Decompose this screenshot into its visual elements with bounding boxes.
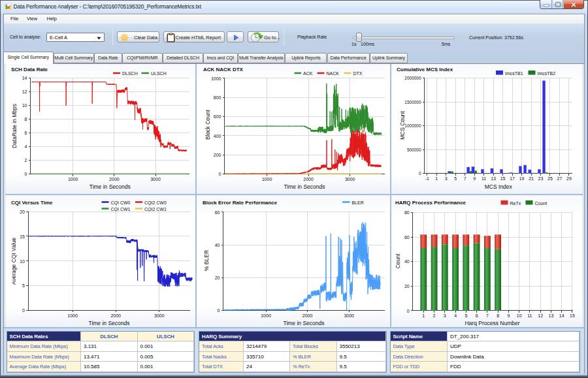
svg-text:8: 8 bbox=[25, 117, 27, 121]
svg-text:40: 40 bbox=[215, 243, 220, 247]
svg-text:Cumulative MCS Index: Cumulative MCS Index bbox=[397, 67, 453, 72]
svg-text:2000000: 2000000 bbox=[404, 76, 421, 80]
svg-text:40: 40 bbox=[404, 259, 410, 264]
svg-text:15: 15 bbox=[500, 176, 506, 181]
svg-text:Time in Seconds: Time in Seconds bbox=[284, 183, 325, 190]
svg-text:Average CQI Value: Average CQI Value bbox=[10, 238, 17, 285]
svg-text:2000: 2000 bbox=[109, 177, 120, 181]
svg-text:12: 12 bbox=[538, 313, 543, 318]
svg-text:11: 11 bbox=[527, 313, 532, 318]
svg-text:1000: 1000 bbox=[262, 177, 272, 181]
svg-text:20: 20 bbox=[404, 284, 410, 289]
svg-text:Count: Count bbox=[535, 201, 547, 206]
svg-text:17: 17 bbox=[510, 176, 515, 181]
svg-text:60: 60 bbox=[404, 235, 410, 240]
svg-text:6: 6 bbox=[25, 131, 27, 135]
svg-text:10: 10 bbox=[517, 313, 522, 318]
svg-text:9: 9 bbox=[473, 176, 476, 181]
svg-text:1: 1 bbox=[435, 176, 438, 181]
svg-text:3000: 3000 bbox=[344, 313, 354, 318]
svg-text:ACK NACK DTX: ACK NACK DTX bbox=[203, 67, 244, 72]
svg-text:2000: 2000 bbox=[303, 177, 314, 181]
svg-text:1000: 1000 bbox=[67, 313, 78, 318]
svg-text:10: 10 bbox=[20, 259, 25, 264]
svg-text:NACK: NACK bbox=[327, 71, 340, 76]
svg-text:14: 14 bbox=[559, 313, 564, 318]
svg-text:15: 15 bbox=[570, 313, 575, 318]
svg-text:0: 0 bbox=[419, 171, 421, 176]
svg-text:0: 0 bbox=[218, 308, 220, 313]
svg-text:14: 14 bbox=[22, 76, 27, 80]
svg-text:MCS Count: MCS Count bbox=[399, 110, 406, 140]
svg-text:3000: 3000 bbox=[154, 313, 165, 318]
svg-text:Time in Seconds: Time in Seconds bbox=[89, 320, 130, 326]
svg-text:600: 600 bbox=[214, 114, 221, 119]
svg-text:1000: 1000 bbox=[261, 313, 271, 318]
svg-text:29: 29 bbox=[566, 176, 572, 181]
svg-text:21: 21 bbox=[529, 176, 534, 181]
svg-text:ACK: ACK bbox=[303, 71, 313, 76]
svg-text:CQI CW1: CQI CW1 bbox=[111, 207, 131, 212]
svg-text:0: 0 bbox=[22, 308, 25, 313]
svg-text:MCS Index: MCS Index bbox=[485, 183, 513, 190]
svg-text:200: 200 bbox=[214, 153, 221, 157]
svg-text:0: 0 bbox=[219, 172, 221, 176]
svg-text:1500000: 1500000 bbox=[404, 100, 421, 104]
svg-text:DataRate in Mbps: DataRate in Mbps bbox=[11, 104, 18, 148]
svg-text:2000: 2000 bbox=[110, 313, 121, 318]
svg-text:HARQ Process Performance: HARQ Process Performance bbox=[395, 200, 466, 206]
svg-text:CQI Versus Time: CQI Versus Time bbox=[11, 200, 53, 206]
svg-text:CQI2 CW1: CQI2 CW1 bbox=[144, 207, 167, 212]
svg-text:1000: 1000 bbox=[211, 76, 221, 81]
svg-text:-1: -1 bbox=[425, 176, 429, 181]
svg-text:CQI CW0: CQI CW0 bbox=[111, 200, 131, 206]
svg-text:BLER: BLER bbox=[352, 200, 364, 205]
svg-text:500000: 500000 bbox=[407, 148, 421, 152]
svg-text:Time in Seconds: Time in Seconds bbox=[90, 183, 131, 190]
svg-text:2: 2 bbox=[25, 158, 27, 163]
svg-text:20: 20 bbox=[20, 210, 25, 214]
svg-text:0: 0 bbox=[25, 172, 27, 176]
svg-text:Count: Count bbox=[395, 253, 401, 268]
svg-text:DLSCH: DLSCH bbox=[122, 71, 138, 76]
svg-text:8: 8 bbox=[497, 313, 499, 318]
svg-text:2000: 2000 bbox=[302, 313, 313, 318]
svg-text:Block Error Rate Performance: Block Error Rate Performance bbox=[203, 200, 278, 206]
svg-text:ImcsTB2: ImcsTB2 bbox=[538, 71, 556, 76]
svg-text:13: 13 bbox=[491, 176, 496, 181]
svg-text:60: 60 bbox=[215, 210, 220, 215]
svg-text:6: 6 bbox=[476, 313, 478, 318]
svg-text:% BLER: % BLER bbox=[203, 250, 210, 271]
svg-text:19: 19 bbox=[519, 176, 525, 181]
svg-text:27: 27 bbox=[557, 176, 563, 181]
svg-text:7: 7 bbox=[486, 313, 489, 318]
svg-text:20: 20 bbox=[215, 276, 220, 280]
svg-text:9: 9 bbox=[507, 313, 510, 318]
svg-text:7: 7 bbox=[464, 176, 466, 181]
svg-text:Harq Process Number: Harq Process Number bbox=[465, 320, 519, 326]
svg-text:Time in Seconds: Time in Seconds bbox=[284, 320, 325, 326]
svg-text:ImcsTB1: ImcsTB1 bbox=[505, 71, 523, 76]
svg-text:23: 23 bbox=[538, 176, 544, 181]
svg-text:1000: 1000 bbox=[68, 177, 78, 181]
svg-text:1: 1 bbox=[422, 313, 425, 318]
svg-text:15: 15 bbox=[20, 234, 25, 239]
svg-text:11: 11 bbox=[482, 176, 486, 181]
svg-text:25: 25 bbox=[547, 176, 553, 181]
svg-text:1000000: 1000000 bbox=[404, 123, 421, 128]
svg-text:3000: 3000 bbox=[345, 177, 355, 181]
svg-text:2: 2 bbox=[433, 313, 436, 318]
svg-text:3000: 3000 bbox=[150, 177, 161, 181]
svg-text:0: 0 bbox=[407, 309, 410, 313]
svg-text:DTX: DTX bbox=[353, 71, 363, 76]
svg-text:3: 3 bbox=[445, 176, 448, 181]
svg-text:800: 800 bbox=[214, 95, 221, 100]
svg-text:SCH Data Rate: SCH Data Rate bbox=[11, 67, 48, 72]
svg-text:4: 4 bbox=[454, 313, 457, 318]
svg-text:5: 5 bbox=[22, 283, 25, 288]
svg-text:10: 10 bbox=[22, 103, 27, 108]
svg-text:5: 5 bbox=[465, 313, 467, 318]
svg-text:12: 12 bbox=[22, 89, 27, 94]
svg-text:80: 80 bbox=[404, 210, 410, 215]
svg-text:ReTx: ReTx bbox=[510, 201, 521, 206]
